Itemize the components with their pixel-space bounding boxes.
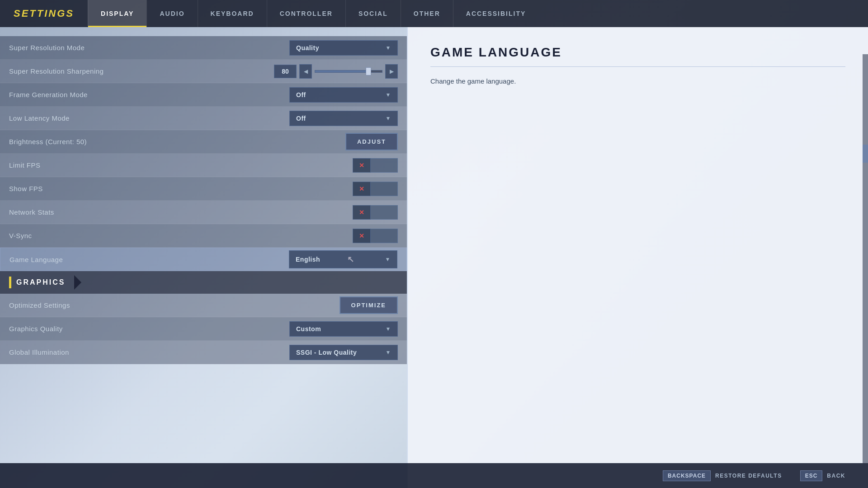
game-language-arrow: ▼ [385, 256, 391, 263]
brightness-adjust-button[interactable]: ADJUST [345, 133, 398, 150]
global-illumination-arrow: ▼ [386, 349, 391, 356]
tab-display[interactable]: DISPLAY [88, 0, 146, 27]
setting-row-vsync: V-Sync ✕ [0, 224, 407, 248]
graphics-quality-dropdown[interactable]: Custom ▼ [289, 321, 398, 337]
graphics-quality-value: Custom [296, 325, 321, 333]
game-language-value: English [296, 256, 320, 263]
super-resolution-mode-arrow: ▼ [386, 45, 391, 51]
frame-generation-value: Off [296, 91, 306, 99]
limit-fps-toggle-icon: ✕ [359, 162, 364, 169]
setting-row-graphics-quality: Graphics Quality Custom ▼ [0, 317, 407, 341]
setting-row-network-stats: Network Stats ✕ [0, 201, 407, 224]
super-resolution-mode-label: Super Resolution Mode [9, 44, 289, 52]
network-stats-toggle[interactable]: ✕ [353, 205, 371, 220]
frame-generation-arrow: ▼ [386, 92, 391, 98]
limit-fps-label: Limit FPS [9, 161, 353, 169]
network-stats-slider[interactable] [371, 205, 398, 220]
limit-fps-control: ✕ [353, 158, 398, 173]
show-fps-label: Show FPS [9, 185, 353, 192]
tab-audio[interactable]: AUDIO [146, 0, 197, 27]
sharpening-track[interactable] [315, 70, 382, 73]
game-language-control: English ↖ ▼ [289, 250, 397, 268]
global-illumination-dropdown[interactable]: SSGI - Low Quality ▼ [289, 345, 398, 360]
vsync-control: ✕ [353, 229, 398, 243]
low-latency-dropdown[interactable]: Off ▼ [289, 111, 398, 126]
show-fps-control: ✕ [353, 182, 398, 196]
setting-row-low-latency: Low Latency Mode Off ▼ [0, 107, 407, 130]
sharpening-increase-btn[interactable]: ▶ [385, 64, 398, 79]
sharpening-value: 80 [274, 65, 297, 78]
optimized-settings-label: Optimized Settings [9, 301, 340, 309]
tab-other[interactable]: OTHER [401, 0, 453, 27]
sharpening-thumb[interactable] [366, 67, 371, 75]
info-panel: GAME LANGUAGE Change the game language. [407, 27, 868, 488]
tab-social[interactable]: SOCIAL [345, 0, 401, 27]
setting-row-global-illumination: Global Illumination SSGI - Low Quality ▼ [0, 341, 407, 364]
setting-row-limit-fps: Limit FPS ✕ [0, 154, 407, 177]
setting-row-optimized-settings: Optimized Settings OPTIMIZE [0, 294, 407, 317]
setting-row-sharpening: Super Resolution Sharpening 80 ◀ ▶ [0, 60, 407, 83]
frame-generation-control: Off ▼ [289, 87, 398, 103]
vsync-label: V-Sync [9, 232, 353, 239]
sharpening-fill [315, 70, 368, 72]
restore-defaults-key: BACKSPACE [663, 470, 711, 481]
sharpening-label: Super Resolution Sharpening [9, 67, 274, 75]
optimized-settings-control: OPTIMIZE [340, 296, 398, 314]
graphics-quality-label: Graphics Quality [9, 325, 289, 333]
graphics-quality-arrow: ▼ [386, 326, 391, 332]
global-illumination-control: SSGI - Low Quality ▼ [289, 345, 398, 360]
graphics-section-title: GRAPHICS [9, 277, 72, 288]
game-language-dropdown[interactable]: English ↖ ▼ [289, 250, 397, 268]
tab-accessibility[interactable]: ACCESSIBILITY [453, 0, 539, 27]
scrollbar-track[interactable] [863, 54, 868, 463]
super-resolution-mode-value: Quality [296, 44, 319, 52]
vsync-slider[interactable] [371, 229, 398, 243]
low-latency-label: Low Latency Mode [9, 114, 289, 122]
brightness-control: ADJUST [345, 133, 398, 150]
network-stats-label: Network Stats [9, 208, 353, 216]
frame-generation-dropdown[interactable]: Off ▼ [289, 87, 398, 103]
low-latency-control: Off ▼ [289, 111, 398, 126]
bottom-bar: BACKSPACE RESTORE DEFAULTS ESC BACK [0, 463, 868, 488]
vsync-toggle-icon: ✕ [359, 232, 364, 239]
optimize-button[interactable]: OPTIMIZE [340, 296, 398, 314]
limit-fps-toggle[interactable]: ✕ [353, 158, 371, 173]
tab-keyboard[interactable]: KEYBOARD [198, 0, 267, 27]
scrollbar-thumb[interactable] [863, 145, 868, 163]
frame-generation-label: Frame Generation Mode [9, 91, 289, 99]
info-panel-title: GAME LANGUAGE [430, 45, 845, 67]
nav-bar: SETTINGS DISPLAY AUDIO KEYBOARD CONTROLL… [0, 0, 868, 27]
vsync-toggle[interactable]: ✕ [353, 229, 371, 243]
game-language-label: Game Language [9, 256, 289, 263]
low-latency-arrow: ▼ [386, 115, 391, 122]
graphics-section-header: GRAPHICS [0, 271, 407, 294]
back-label: BACK [827, 473, 845, 479]
brightness-label: Brightness (Current: 50) [9, 138, 345, 145]
show-fps-slider[interactable] [371, 182, 398, 196]
sharpening-control: 80 ◀ ▶ [274, 64, 398, 79]
network-stats-toggle-icon: ✕ [359, 209, 364, 216]
back-button[interactable]: ESC BACK [791, 467, 854, 485]
setting-row-super-resolution-mode: Super Resolution Mode Quality ▼ [0, 36, 407, 60]
sharpening-decrease-btn[interactable]: ◀ [299, 64, 312, 79]
app-logo: SETTINGS [0, 8, 88, 19]
network-stats-control: ✕ [353, 205, 398, 220]
tab-controller[interactable]: CONTROLLER [267, 0, 345, 27]
low-latency-value: Off [296, 115, 306, 122]
super-resolution-mode-control: Quality ▼ [289, 40, 398, 56]
settings-panel: Super Resolution Mode Quality ▼ Super Re… [0, 27, 407, 488]
back-key: ESC [800, 470, 823, 481]
setting-row-frame-generation: Frame Generation Mode Off ▼ [0, 83, 407, 107]
limit-fps-slider[interactable] [371, 158, 398, 173]
show-fps-toggle[interactable]: ✕ [353, 182, 371, 196]
main-content: Super Resolution Mode Quality ▼ Super Re… [0, 27, 868, 488]
restore-defaults-label: RESTORE DEFAULTS [715, 473, 782, 479]
graphics-quality-control: Custom ▼ [289, 321, 398, 337]
cursor-icon: ↖ [347, 254, 354, 264]
restore-defaults-button[interactable]: BACKSPACE RESTORE DEFAULTS [654, 467, 791, 485]
setting-row-game-language: Game Language English ↖ ▼ [0, 248, 407, 271]
info-panel-description: Change the game language. [430, 76, 845, 87]
show-fps-toggle-icon: ✕ [359, 185, 364, 192]
setting-row-brightness: Brightness (Current: 50) ADJUST [0, 130, 407, 154]
super-resolution-mode-dropdown[interactable]: Quality ▼ [289, 40, 398, 56]
